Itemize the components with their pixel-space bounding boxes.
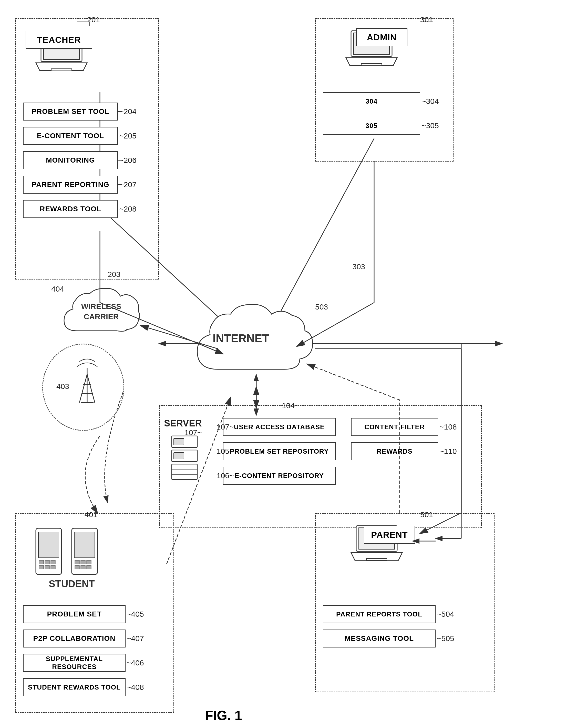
student-problem-set-box: PROBLEM SET bbox=[23, 605, 125, 623]
student-phones-svg: STUDENT bbox=[31, 526, 113, 592]
server-icon bbox=[169, 433, 200, 486]
svg-rect-44 bbox=[87, 560, 91, 564]
problem-set-repo-box: PROBLEM SET REPOSITORY bbox=[223, 442, 336, 460]
fig-label: FIG. 1 bbox=[205, 708, 242, 723]
svg-rect-34 bbox=[39, 560, 44, 564]
ref-406: ~406 bbox=[126, 658, 144, 667]
ref-110: ~110 bbox=[439, 447, 457, 456]
messaging-tool-box: MESSAGING TOOL bbox=[323, 629, 436, 647]
p2p-collab-box: P2P COLLABORATION bbox=[23, 629, 125, 647]
svg-rect-29 bbox=[172, 464, 197, 480]
server-label-text: SERVER bbox=[164, 418, 202, 429]
ref-105: 105~ bbox=[217, 447, 234, 456]
teacher-text: TEACHER bbox=[37, 35, 81, 45]
monitoring-text: MONITORING bbox=[46, 156, 95, 164]
diagram-container: 201 TEACHER PROBLEM SET TOOL ~204 E-CONT… bbox=[0, 0, 576, 728]
ref-407: ~407 bbox=[126, 634, 144, 643]
ref-401: 401 bbox=[85, 510, 97, 519]
internet-cloud: INTERNET bbox=[187, 297, 320, 391]
svg-rect-42 bbox=[75, 560, 80, 564]
svg-rect-39 bbox=[51, 565, 55, 569]
monitoring-box: MONITORING bbox=[23, 151, 118, 169]
econtent-repo-box: E-CONTENT REPOSITORY bbox=[223, 467, 336, 485]
ref-106: 106~ bbox=[217, 471, 234, 480]
ref-405: ~405 bbox=[126, 610, 144, 619]
wireless-coverage-circle bbox=[42, 344, 124, 431]
problem-set-tool-text: PROBLEM SET TOOL bbox=[31, 107, 109, 116]
student-rewards-tool-box: STUDENT REWARDS TOOL bbox=[23, 678, 125, 696]
econtent-tool-box: E-CONTENT TOOL bbox=[23, 127, 118, 145]
svg-rect-37 bbox=[39, 565, 44, 569]
svg-rect-46 bbox=[81, 565, 85, 569]
parent-text: PARENT bbox=[371, 530, 408, 540]
user-access-tool-box: 304 bbox=[323, 92, 420, 110]
admin-label-box: ADMIN bbox=[356, 28, 407, 46]
ref-504: ~504 bbox=[437, 610, 454, 619]
student-phones-area: STUDENT bbox=[31, 526, 113, 593]
ref-304: ~304 bbox=[422, 97, 439, 106]
user-access-tool-text: 304 bbox=[366, 98, 377, 105]
ref-205: ~205 bbox=[119, 132, 137, 140]
ref-408: ~408 bbox=[126, 683, 144, 692]
ref-201: 201 bbox=[87, 16, 100, 24]
svg-rect-43 bbox=[81, 560, 85, 564]
parent-label-box: PARENT bbox=[364, 526, 415, 544]
parent-reporting-text: PARENT REPORTING bbox=[31, 181, 109, 189]
messaging-tool-text: MESSAGING TOOL bbox=[345, 635, 414, 643]
internet-cloud-svg: INTERNET bbox=[187, 297, 320, 390]
p2p-collab-text: P2P COLLABORATION bbox=[33, 635, 116, 643]
ref-503: 503 bbox=[315, 303, 328, 311]
svg-rect-12 bbox=[51, 69, 72, 71]
svg-text:303: 303 bbox=[352, 262, 365, 271]
rewards-tool-text: REWARDS TOOL bbox=[40, 205, 101, 213]
ref-208: ~208 bbox=[119, 205, 137, 213]
svg-rect-35 bbox=[45, 560, 50, 564]
rewards-tool-box: REWARDS TOOL bbox=[23, 200, 118, 218]
content-filter-box: CONTENT FILTER bbox=[351, 418, 438, 436]
svg-text:WIRELESS: WIRELESS bbox=[81, 302, 121, 311]
rewards-text: REWARDS bbox=[377, 448, 412, 455]
ref-207: ~207 bbox=[119, 180, 137, 189]
svg-text:INTERNET: INTERNET bbox=[213, 332, 269, 345]
wireless-carrier-cloud: WIRELESS CARRIER bbox=[59, 287, 141, 345]
svg-rect-41 bbox=[74, 532, 95, 558]
supplemental-resources-text: SUPPLEMENTAL RESOURCES bbox=[24, 655, 125, 671]
server-svg bbox=[169, 433, 200, 485]
monitoring-tool-box: 305 bbox=[323, 117, 420, 135]
user-access-db-text: USER ACCESS DATABASE bbox=[234, 423, 325, 431]
ref-505: ~505 bbox=[437, 634, 454, 643]
student-problem-set-text: PROBLEM SET bbox=[47, 610, 102, 618]
svg-rect-38 bbox=[45, 565, 50, 569]
monitoring-tool-text: 305 bbox=[366, 122, 377, 130]
parent-reporting-box: PARENT REPORTING bbox=[23, 176, 118, 194]
svg-rect-33 bbox=[38, 532, 59, 558]
svg-rect-36 bbox=[51, 560, 55, 564]
svg-rect-15 bbox=[361, 63, 382, 66]
admin-text: ADMIN bbox=[367, 32, 397, 42]
svg-text:STUDENT: STUDENT bbox=[49, 578, 94, 589]
ref-204: ~204 bbox=[119, 107, 137, 116]
ref-501: 501 bbox=[420, 510, 433, 519]
ref-206: ~206 bbox=[119, 156, 137, 165]
rewards-box: REWARDS bbox=[351, 442, 438, 460]
user-access-db-box: USER ACCESS DATABASE bbox=[223, 418, 336, 436]
wireless-carrier-svg: WIRELESS CARRIER bbox=[59, 287, 141, 344]
ref-104: 104 bbox=[282, 401, 295, 410]
content-filter-text: CONTENT FILTER bbox=[364, 423, 425, 431]
ref-108: ~108 bbox=[439, 423, 457, 431]
teacher-label-box: TEACHER bbox=[26, 31, 92, 49]
svg-rect-45 bbox=[75, 565, 80, 569]
problem-set-tool-box: PROBLEM SET TOOL bbox=[23, 103, 118, 120]
ref-301: 301 bbox=[420, 16, 433, 24]
svg-line-68 bbox=[308, 364, 400, 400]
problem-set-repo-text: PROBLEM SET REPOSITORY bbox=[230, 448, 329, 455]
svg-rect-28 bbox=[174, 453, 184, 459]
ref-404: 404 bbox=[51, 285, 64, 293]
econtent-repo-text: E-CONTENT REPOSITORY bbox=[235, 472, 324, 480]
svg-text:CARRIER: CARRIER bbox=[84, 312, 119, 321]
econtent-tool-text: E-CONTENT TOOL bbox=[37, 132, 104, 140]
ref-107: 107~ bbox=[217, 423, 234, 431]
svg-rect-47 bbox=[87, 565, 91, 569]
ref-305: ~305 bbox=[422, 121, 439, 130]
parent-reports-tool-box: PARENT REPORTS TOOL bbox=[323, 605, 436, 623]
